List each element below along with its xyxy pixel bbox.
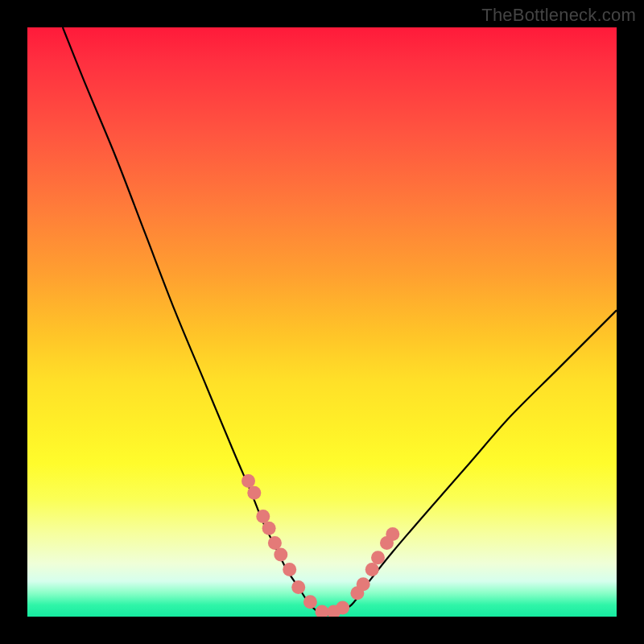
curve-marker (365, 563, 379, 576)
curve-marker (262, 522, 276, 535)
marker-group (242, 474, 399, 617)
curve-marker (316, 605, 329, 617)
bottleneck-curve (63, 27, 617, 615)
curve-marker (283, 563, 296, 576)
watermark-text: TheBottleneck.com (481, 5, 636, 26)
chart-svg (27, 27, 617, 617)
curve-marker (371, 551, 385, 564)
curve-marker (268, 536, 282, 550)
curve-marker (291, 580, 305, 594)
curve-marker (357, 577, 370, 591)
curve-marker (274, 548, 287, 562)
curve-marker (247, 486, 261, 500)
chart-frame: TheBottleneck.com (0, 0, 644, 644)
curve-marker (242, 474, 255, 488)
curve-marker (336, 601, 349, 615)
curve-marker (303, 595, 317, 609)
curve-marker (256, 510, 270, 523)
curve-marker (386, 527, 399, 541)
plot-area (27, 27, 617, 617)
